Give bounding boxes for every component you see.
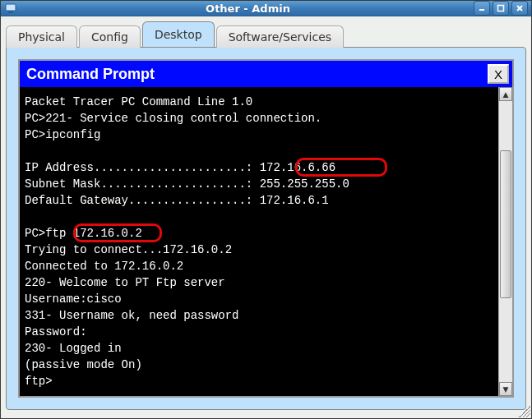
terminal-line: (passive mode On) bbox=[25, 357, 493, 373]
vertical-scrollbar[interactable]: ▲ ▼ bbox=[498, 87, 512, 396]
tab-config[interactable]: Config bbox=[79, 25, 141, 48]
window-body: Physical Config Desktop Software/Service… bbox=[1, 16, 531, 418]
terminal-line: 331- Username ok, need password bbox=[25, 307, 493, 324]
terminal-title: Command Prompt bbox=[26, 66, 488, 83]
terminal-line: IP Address......................: 172.16… bbox=[25, 159, 493, 176]
scroll-up-button[interactable]: ▲ bbox=[499, 87, 512, 101]
terminal-line: Packet Tracer PC Command Line 1.0 bbox=[25, 94, 493, 110]
scroll-thumb[interactable] bbox=[500, 150, 511, 298]
tab-bar: Physical Config Desktop Software/Service… bbox=[6, 21, 526, 47]
window-title: Other - Admin bbox=[22, 2, 474, 15]
terminal-line: ftp> bbox=[25, 373, 493, 389]
command-prompt-window: Command Prompt X Packet Tracer PC Comman… bbox=[18, 59, 514, 398]
app-window: Other - Admin Physical Config Desktop So… bbox=[0, 0, 532, 419]
terminal-line: Trying to connect...172.16.0.2 bbox=[25, 242, 493, 258]
terminal-line bbox=[25, 209, 493, 225]
terminal-line bbox=[25, 143, 493, 159]
terminal-line: Default Gateway.................: 172.16… bbox=[25, 192, 493, 209]
terminal-close-button[interactable]: X bbox=[488, 64, 509, 84]
terminal-line: PC>ipconfig bbox=[25, 127, 493, 143]
terminal-output[interactable]: Packet Tracer PC Command Line 1.0PC>221-… bbox=[20, 87, 498, 396]
window-buttons bbox=[474, 1, 528, 16]
terminal-line: 230- Logged in bbox=[25, 340, 493, 357]
svg-rect-3 bbox=[498, 6, 504, 12]
terminal-line: PC>221- Service closing control connecti… bbox=[25, 110, 493, 127]
terminal-line: PC>ftp 172.16.0.2 bbox=[25, 225, 493, 242]
terminal-line: Username:cisco bbox=[25, 291, 493, 307]
tab-physical[interactable]: Physical bbox=[6, 25, 77, 48]
terminal-body: Packet Tracer PC Command Line 1.0PC>221-… bbox=[20, 87, 512, 396]
terminal-line: Subnet Mask.....................: 255.25… bbox=[25, 176, 493, 192]
terminal-line: Connected to 172.16.0.2 bbox=[25, 258, 493, 274]
app-icon bbox=[4, 2, 17, 15]
resize-grip[interactable] bbox=[519, 406, 530, 417]
scroll-down-button[interactable]: ▼ bbox=[499, 382, 512, 396]
terminal-titlebar[interactable]: Command Prompt X bbox=[20, 61, 512, 87]
maximize-button[interactable] bbox=[493, 1, 509, 16]
svg-rect-1 bbox=[8, 12, 13, 13]
scroll-track[interactable] bbox=[499, 101, 512, 382]
tab-desktop[interactable]: Desktop bbox=[142, 21, 215, 47]
close-button[interactable] bbox=[511, 1, 528, 16]
tab-panel: Command Prompt X Packet Tracer PC Comman… bbox=[6, 47, 526, 410]
minimize-button[interactable] bbox=[474, 1, 490, 16]
titlebar[interactable]: Other - Admin bbox=[1, 1, 531, 16]
terminal-line: 220- Welcome to PT Ftp server bbox=[25, 274, 493, 291]
svg-rect-0 bbox=[6, 4, 16, 11]
terminal-line: Password: bbox=[25, 324, 493, 340]
tab-software-services[interactable]: Software/Services bbox=[216, 25, 344, 48]
